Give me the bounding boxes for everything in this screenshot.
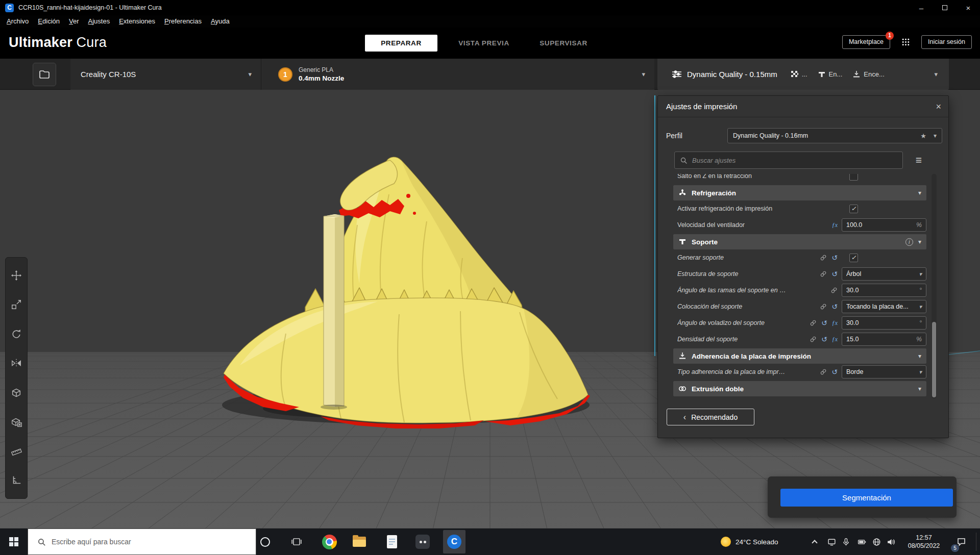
menu-ayuda[interactable]: Ayuda <box>206 15 234 28</box>
revert-icon[interactable]: ↺ <box>831 368 838 375</box>
action-center-icon[interactable]: 5 <box>951 528 971 555</box>
menu-edicion[interactable]: Edición <box>33 15 64 28</box>
close-button[interactable]: × <box>957 0 980 15</box>
measure-tool[interactable] <box>7 442 26 461</box>
star-icon[interactable]: ★ <box>920 132 926 140</box>
revert-icon[interactable]: ↺ <box>831 270 838 278</box>
show-desktop-divider[interactable] <box>976 533 976 551</box>
fx-icon[interactable]: ƒx <box>832 221 838 229</box>
revert-icon[interactable]: ↺ <box>831 254 838 261</box>
per-model-settings-tool[interactable] <box>7 384 26 402</box>
taskbar-search-input[interactable] <box>52 538 256 546</box>
checkbox-checked[interactable]: ✓ <box>849 205 858 213</box>
section-cooling[interactable]: Refrigeración ▾ <box>673 185 926 200</box>
taskbar-clock[interactable]: 12:57 08/05/2022 <box>903 528 944 555</box>
menu-preferencias[interactable]: Preferencias <box>160 15 206 28</box>
link-icon[interactable] <box>820 254 827 261</box>
scale-tool[interactable] <box>7 295 26 314</box>
fx-icon[interactable]: ƒx <box>832 336 838 343</box>
close-icon[interactable]: × <box>936 102 941 111</box>
chrome-icon[interactable] <box>318 528 340 555</box>
battery-tray-icon[interactable] <box>855 528 868 555</box>
setting-row-fan-speed[interactable]: Velocidad del ventilador ƒx 100.0% <box>673 217 926 233</box>
setting-row-overhang-angle[interactable]: Ángulo de voladizo del soporte ↺ ƒx 30.0… <box>673 315 926 331</box>
section-support[interactable]: Soporte i ▾ <box>673 234 926 249</box>
custom-plugin-tool[interactable] <box>7 471 26 490</box>
apps-grid-icon[interactable] <box>901 38 910 46</box>
support-blocker-tool[interactable] <box>7 413 26 431</box>
open-file-button[interactable] <box>33 63 56 86</box>
link-icon[interactable] <box>810 336 817 343</box>
revert-icon[interactable]: ↺ <box>831 303 838 310</box>
settings-visibility-menu[interactable]: ≡ <box>910 152 927 169</box>
menu-archivo[interactable]: Archivo <box>2 15 33 28</box>
scrollbar-thumb[interactable] <box>932 322 936 397</box>
setting-row-zhop[interactable]: Salto en Z en la retracción <box>673 174 926 184</box>
cortana-icon[interactable] <box>254 528 276 555</box>
microphone-tray-icon[interactable] <box>839 528 852 555</box>
tab-supervisar[interactable]: SUPERVISAR <box>530 35 597 52</box>
tab-vista-previa[interactable]: VISTA PREVIA <box>444 35 524 52</box>
menu-ajustes[interactable]: Ajustes <box>84 15 115 28</box>
checkbox-checked[interactable]: ✓ <box>849 254 858 262</box>
settings-scrollbar[interactable] <box>932 174 937 398</box>
setting-row-support-placement[interactable]: Colocación del soporte ↺ Tocando la plac… <box>673 298 926 315</box>
setting-row-cooling-enabled[interactable]: Activar refrigeración de impresión ✓ <box>673 200 926 217</box>
fx-icon[interactable]: ƒx <box>832 319 838 327</box>
printer-selector[interactable]: Creality CR-10S ▾ <box>70 59 261 90</box>
setting-row-adhesion-type[interactable]: Tipo adherencia de la placa de impresión… <box>673 364 926 380</box>
signin-button[interactable]: Iniciar sesión <box>921 35 972 49</box>
value-field[interactable]: 30.0° <box>842 316 926 330</box>
info-icon[interactable]: i <box>905 238 913 246</box>
section-adhesion[interactable]: Adherencia de la placa de impresión ▾ <box>673 348 926 364</box>
link-icon[interactable] <box>810 319 817 326</box>
checkbox[interactable] <box>849 174 858 181</box>
task-view-icon[interactable] <box>285 528 308 555</box>
tray-chevron-up-icon[interactable] <box>808 528 821 555</box>
settings-search-input[interactable] <box>692 157 897 164</box>
marketplace-button[interactable]: Marketplace1 <box>842 35 890 49</box>
weather-widget[interactable]: 24°C Soleado <box>721 528 778 555</box>
value-field[interactable]: 100.0% <box>842 218 926 232</box>
notepad-icon[interactable] <box>381 528 403 555</box>
profile-dropdown[interactable]: Dynamic Quality - 0.16mm ★ ▾ <box>727 128 942 143</box>
cura-taskbar-icon[interactable]: C <box>443 528 465 555</box>
rotate-tool[interactable] <box>7 325 26 343</box>
setting-row-support-structure[interactable]: Estructura de soporte ↺ Árbol▾ <box>673 266 926 282</box>
link-icon[interactable] <box>820 303 827 310</box>
dark-app-icon[interactable] <box>411 528 434 555</box>
material-selector[interactable]: 1 Generic PLA 0.4mm Nozzle ▾ <box>261 59 654 90</box>
move-tool[interactable] <box>7 266 26 285</box>
taskbar-search[interactable] <box>28 528 256 555</box>
link-icon[interactable] <box>820 270 827 278</box>
revert-icon[interactable]: ↺ <box>821 319 827 326</box>
setting-row-tree-branch-angle[interactable]: Ángulo de las ramas del soporte en árbol… <box>673 282 926 298</box>
menu-extensiones[interactable]: Extensiones <box>114 15 160 28</box>
revert-icon[interactable]: ↺ <box>821 336 827 343</box>
dropdown-field[interactable]: Tocando la placa de...▾ <box>842 300 926 313</box>
mirror-tool[interactable] <box>7 354 26 372</box>
dropdown-field[interactable]: Árbol▾ <box>842 267 926 281</box>
minimize-button[interactable]: – <box>910 0 933 15</box>
setting-row-generate-support[interactable]: Generar soporte ↺ ✓ <box>673 249 926 266</box>
menu-ver[interactable]: Ver <box>64 15 84 28</box>
value-field[interactable]: 15.0% <box>842 333 926 346</box>
value-field[interactable]: 30.0° <box>842 284 926 297</box>
tab-preparar[interactable]: PREPARAR <box>365 35 437 52</box>
network-tray-icon[interactable] <box>870 528 883 555</box>
hat-model[interactable] <box>224 157 590 428</box>
link-icon[interactable] <box>820 368 827 375</box>
slice-button[interactable]: Segmentación <box>780 489 953 507</box>
start-button[interactable] <box>0 528 28 555</box>
file-explorer-icon[interactable] <box>348 528 371 555</box>
setting-row-support-density[interactable]: Densidad del soporte ↺ ƒx 15.0% <box>673 331 926 347</box>
recommended-mode-button[interactable]: ‹ Recomendado <box>667 409 754 425</box>
volume-tray-icon[interactable] <box>884 528 897 555</box>
maximize-button[interactable] <box>933 0 957 15</box>
settings-search[interactable] <box>674 152 903 169</box>
display-tray-icon[interactable] <box>825 528 838 555</box>
section-dual-extrusion[interactable]: Extrusión doble ▾ <box>673 381 926 396</box>
dropdown-field[interactable]: Borde▾ <box>842 365 926 379</box>
link-icon[interactable] <box>830 287 838 294</box>
print-settings-summary[interactable]: Dynamic Quality - 0.15mm ... En... Ence.… <box>657 59 949 90</box>
